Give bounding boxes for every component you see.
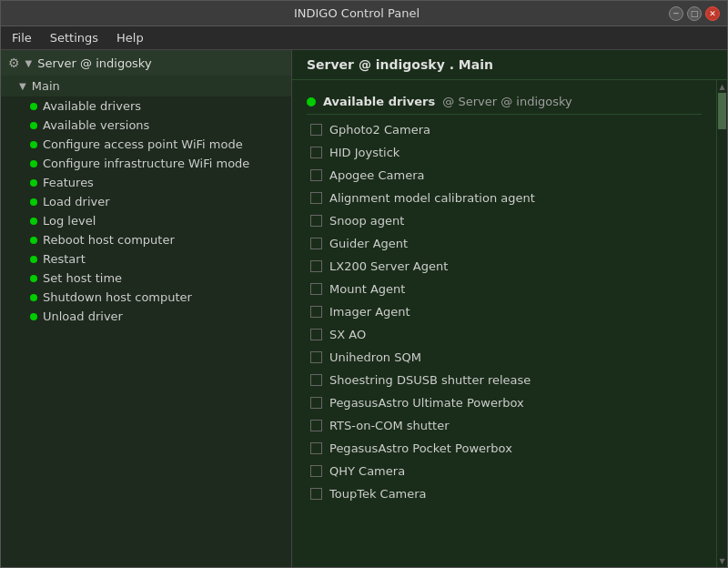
left-panel: ⚙ ▼ Server @ indigosky ▼ Main Available …	[1, 50, 292, 567]
tree-item-features[interactable]: Features	[1, 173, 291, 192]
menu-settings[interactable]: Settings	[43, 29, 106, 46]
driver-item-snoop[interactable]: Snoop agent	[307, 209, 702, 232]
driver-item-mount[interactable]: Mount Agent	[307, 278, 702, 300]
driver-label-touptek: ToupTek Camera	[329, 487, 427, 501]
window-title: INDIGO Control Panel	[45, 6, 669, 20]
vertical-scrollbar[interactable]: ▲ ▼	[716, 80, 727, 567]
maximize-button[interactable]: □	[687, 6, 702, 21]
driver-label-guider: Guider Agent	[329, 237, 408, 250]
tree-item-shutdown-host[interactable]: Shutdown host computer	[1, 288, 291, 307]
checkbox-rts-com[interactable]	[310, 420, 322, 431]
status-dot-set-host-time	[30, 275, 37, 282]
checkbox-unihedron[interactable]	[310, 351, 322, 363]
driver-item-rts-com[interactable]: RTS-on-COM shutter	[307, 414, 702, 437]
title-bar: INDIGO Control Panel ─ □ ✕	[1, 1, 727, 26]
status-dot-available-drivers	[30, 103, 37, 110]
status-dot-configure-infra	[30, 160, 37, 167]
driver-item-shoestring[interactable]: Shoestring DSUSB shutter release	[307, 369, 702, 391]
section-title: Available drivers	[323, 95, 435, 108]
gear-icon: ⚙	[8, 56, 20, 70]
checkbox-lx200[interactable]	[310, 260, 322, 272]
checkbox-alignment[interactable]	[310, 192, 322, 204]
tree-item-unload-driver[interactable]: Unload driver	[1, 307, 291, 326]
tree-item-configure-access[interactable]: Configure access point WiFi mode	[1, 135, 291, 154]
tree-item-label-configure-access: Configure access point WiFi mode	[43, 137, 243, 151]
status-dot-restart	[30, 256, 37, 263]
checkbox-pegasus-pocket[interactable]	[310, 442, 322, 454]
status-dot-shutdown-host	[30, 294, 37, 301]
tree-item-label-unload-driver: Unload driver	[43, 309, 123, 323]
server-header[interactable]: ⚙ ▼ Server @ indigosky	[1, 50, 291, 76]
tree-item-label-features: Features	[43, 176, 94, 189]
driver-label-rts-com: RTS-on-COM shutter	[329, 419, 450, 432]
tree-item-label-load-driver: Load driver	[43, 195, 110, 208]
checkbox-snoop[interactable]	[310, 215, 322, 227]
driver-label-sx-ao: SX AO	[329, 328, 366, 341]
status-dot-features	[30, 179, 37, 187]
tree-item-label-log-level: Log level	[43, 214, 96, 228]
driver-label-lx200: LX200 Server Agent	[329, 259, 448, 273]
status-dot	[307, 97, 316, 106]
scroll-thumb[interactable]	[718, 93, 726, 129]
tree-item-configure-infra[interactable]: Configure infrastructure WiFi mode	[1, 154, 291, 173]
checkbox-qhy[interactable]	[310, 465, 322, 477]
driver-item-hid-joystick[interactable]: HID Joystick	[307, 141, 702, 164]
driver-item-sx-ao[interactable]: SX AO	[307, 323, 702, 346]
driver-item-pegasus-pocket[interactable]: PegasusAstro Pocket Powerbox	[307, 437, 702, 460]
checkbox-apogee[interactable]	[310, 169, 322, 181]
scroll-down-arrow[interactable]: ▼	[717, 554, 727, 567]
tree-item-reboot-host[interactable]: Reboot host computer	[1, 230, 291, 249]
scroll-track[interactable]	[717, 93, 727, 554]
tree-group-main[interactable]: ▼ Main	[1, 76, 291, 96]
checkbox-hid-joystick[interactable]	[310, 147, 322, 158]
driver-item-lx200[interactable]: LX200 Server Agent	[307, 255, 702, 278]
checkbox-shoestring[interactable]	[310, 374, 322, 386]
tree-item-set-host-time[interactable]: Set host time	[1, 269, 291, 288]
driver-item-qhy[interactable]: QHY Camera	[307, 460, 702, 482]
group-arrow-icon: ▼	[19, 81, 26, 91]
minimize-button[interactable]: ─	[669, 6, 683, 21]
status-dot-reboot-host	[30, 237, 37, 244]
checkbox-gphoto2[interactable]	[310, 124, 322, 136]
tree-item-restart[interactable]: Restart	[1, 249, 291, 269]
window-controls-right: ─ □ ✕	[669, 6, 720, 21]
menu-file[interactable]: File	[5, 29, 39, 46]
driver-item-alignment[interactable]: Alignment model calibration agent	[307, 187, 702, 209]
close-button[interactable]: ✕	[705, 6, 720, 21]
checkbox-touptek[interactable]	[310, 488, 322, 500]
driver-label-hid-joystick: HID Joystick	[329, 146, 399, 159]
tree-item-available-versions[interactable]: Available versions	[1, 116, 291, 135]
tree-item-available-drivers[interactable]: Available drivers	[1, 96, 291, 116]
tree-item-log-level[interactable]: Log level	[1, 211, 291, 230]
checkbox-guider[interactable]	[310, 238, 322, 249]
driver-label-unihedron: Unihedron SQM	[329, 350, 421, 364]
status-dot-unload-driver	[30, 313, 37, 320]
driver-item-gphoto2[interactable]: Gphoto2 Camera	[307, 118, 702, 141]
right-panel-header: Server @ indigosky . Main	[292, 50, 727, 80]
tree-item-label-available-drivers: Available drivers	[43, 99, 141, 113]
driver-item-touptek[interactable]: ToupTek Camera	[307, 482, 702, 505]
driver-item-guider[interactable]: Guider Agent	[307, 232, 702, 255]
checkbox-imager[interactable]	[310, 306, 322, 318]
checkbox-sx-ao[interactable]	[310, 329, 322, 340]
driver-item-imager[interactable]: Imager Agent	[307, 300, 702, 323]
driver-label-snoop: Snoop agent	[329, 214, 404, 228]
menu-help[interactable]: Help	[109, 29, 151, 46]
tree-item-load-driver[interactable]: Load driver	[1, 192, 291, 211]
right-panel: Server @ indigosky . Main Available driv…	[292, 50, 727, 567]
status-dot-available-versions	[30, 122, 37, 129]
checkbox-pegasus-ultimate[interactable]	[310, 397, 322, 409]
checkbox-mount[interactable]	[310, 283, 322, 295]
driver-label-apogee: Apogee Camera	[329, 168, 425, 182]
driver-label-alignment: Alignment model calibration agent	[329, 191, 535, 205]
right-content: Available drivers @ Server @ indigosky G…	[292, 80, 716, 567]
driver-item-unihedron[interactable]: Unihedron SQM	[307, 346, 702, 369]
scroll-up-arrow[interactable]: ▲	[717, 80, 727, 93]
main-window: INDIGO Control Panel ─ □ ✕ File Settings…	[0, 0, 728, 568]
driver-item-apogee[interactable]: Apogee Camera	[307, 164, 702, 187]
menu-bar: File Settings Help	[1, 26, 727, 50]
status-dot-configure-access	[30, 141, 37, 148]
drivers-section-header: Available drivers @ Server @ indigosky	[307, 89, 702, 115]
driver-label-pegasus-ultimate: PegasusAstro Ultimate Powerbox	[329, 396, 524, 410]
driver-item-pegasus-ultimate[interactable]: PegasusAstro Ultimate Powerbox	[307, 391, 702, 414]
